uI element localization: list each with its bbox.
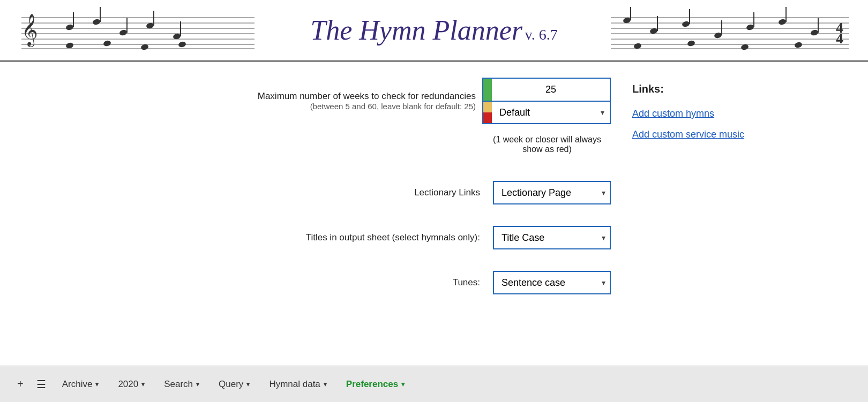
tunes-row: Tunes: Sentence case Title Case ALL CAPS… bbox=[32, 271, 611, 294]
svg-point-21 bbox=[178, 41, 186, 48]
tunes-select[interactable]: Sentence case Title Case ALL CAPS bbox=[493, 271, 611, 294]
redundancy-level-select[interactable]: Default Low Medium High bbox=[492, 102, 610, 123]
redundancy-weeks-label: Maximum number of weeks to check for red… bbox=[258, 78, 482, 124]
lectionary-label: Lectionary Links bbox=[414, 187, 487, 198]
query-chevron: ▾ bbox=[246, 381, 250, 388]
query-label: Query bbox=[219, 379, 243, 390]
preferences-button[interactable]: Preferences ▾ bbox=[336, 374, 414, 395]
svg-point-46 bbox=[794, 41, 803, 48]
svg-point-18 bbox=[65, 42, 74, 49]
svg-point-10 bbox=[119, 29, 128, 36]
archive-chevron: ▾ bbox=[95, 381, 99, 388]
bottom-nav: + ☰ Archive ▾ 2020 ▾ Search ▾ Query ▾ Hy… bbox=[0, 366, 868, 402]
hymnal-data-button[interactable]: Hymnal data ▾ bbox=[259, 374, 336, 395]
links-title: Links: bbox=[632, 83, 836, 95]
svg-point-39 bbox=[810, 29, 819, 36]
search-button[interactable]: Search ▾ bbox=[154, 374, 209, 395]
query-button[interactable]: Query ▾ bbox=[209, 374, 259, 395]
svg-point-37 bbox=[778, 18, 787, 25]
app-title: The Hymn Planner bbox=[310, 15, 522, 45]
hymnal-data-chevron: ▾ bbox=[324, 381, 327, 388]
app-version: v. 6.7 bbox=[525, 26, 557, 43]
svg-point-8 bbox=[92, 18, 101, 25]
add-custom-hymns-link[interactable]: Add custom hymns bbox=[632, 108, 836, 119]
svg-text:𝄞: 𝄞 bbox=[21, 14, 38, 48]
preferences-label: Preferences bbox=[346, 379, 398, 390]
preferences-chevron: ▾ bbox=[401, 381, 405, 388]
redundancy-control-group: 25 Default Low Medium High ▾ bbox=[482, 78, 611, 124]
lectionary-select[interactable]: Lectionary Page None External bbox=[493, 181, 611, 204]
search-chevron: ▾ bbox=[196, 381, 199, 388]
music-notation-right: 4 4 bbox=[611, 0, 868, 62]
menu-icon: ☰ bbox=[36, 378, 46, 391]
plus-icon: + bbox=[17, 378, 24, 390]
app-title-group: The Hymn Planner v. 6.7 bbox=[310, 14, 557, 46]
redundancy-dropdown-wrapper: Default Low Medium High ▾ bbox=[482, 102, 611, 124]
titles-dropdown-wrapper: Title Case ALL CAPS Sentence case ▾ bbox=[493, 226, 611, 249]
red-note: (1 week or closer will always show as re… bbox=[483, 135, 611, 154]
svg-point-31 bbox=[682, 20, 690, 27]
red-note-row: (1 week or closer will always show as re… bbox=[32, 135, 611, 154]
svg-point-44 bbox=[687, 40, 695, 47]
year-label: 2020 bbox=[118, 379, 138, 390]
app-header: 𝄞 The Hymn Planner v. 6.7 bbox=[0, 0, 868, 62]
settings-panel: Maximum number of weeks to check for red… bbox=[32, 78, 611, 350]
hymnal-data-label: Hymnal data bbox=[269, 379, 320, 390]
year-chevron: ▾ bbox=[141, 381, 145, 388]
svg-point-35 bbox=[746, 24, 754, 31]
main-content: Maximum number of weeks to check for red… bbox=[0, 62, 868, 366]
color-bar-yellow bbox=[483, 102, 492, 112]
svg-text:4: 4 bbox=[836, 30, 843, 47]
color-bar-green bbox=[483, 79, 492, 101]
redundancy-input-wrapper: 25 bbox=[482, 78, 611, 102]
lectionary-row: Lectionary Links Lectionary Page None Ex… bbox=[32, 181, 611, 204]
redundancy-weeks-input[interactable]: 25 bbox=[492, 79, 610, 101]
menu-button[interactable]: ☰ bbox=[30, 374, 53, 395]
svg-point-6 bbox=[65, 24, 74, 31]
svg-point-33 bbox=[714, 32, 722, 39]
archive-button[interactable]: Archive ▾ bbox=[53, 374, 109, 395]
svg-point-19 bbox=[103, 40, 111, 47]
search-label: Search bbox=[164, 379, 193, 390]
color-bars-yellow-red bbox=[483, 102, 492, 123]
titles-label: Titles in output sheet (select hymnals o… bbox=[306, 232, 487, 243]
add-custom-service-music-link[interactable]: Add custom service music bbox=[632, 129, 836, 140]
titles-select[interactable]: Title Case ALL CAPS Sentence case bbox=[493, 226, 611, 249]
tunes-dropdown-wrapper: Sentence case Title Case ALL CAPS ▾ bbox=[493, 271, 611, 294]
lectionary-dropdown-wrapper: Lectionary Page None External ▾ bbox=[493, 181, 611, 204]
tunes-label: Tunes: bbox=[453, 277, 487, 288]
music-notation-left: 𝄞 bbox=[0, 0, 257, 62]
archive-label: Archive bbox=[62, 379, 93, 390]
color-bar-red bbox=[483, 112, 492, 123]
links-panel: Links: Add custom hymns Add custom servi… bbox=[632, 78, 836, 350]
year-button[interactable]: 2020 ▾ bbox=[108, 374, 154, 395]
add-button[interactable]: + bbox=[11, 374, 30, 395]
titles-row: Titles in output sheet (select hymnals o… bbox=[32, 226, 611, 249]
